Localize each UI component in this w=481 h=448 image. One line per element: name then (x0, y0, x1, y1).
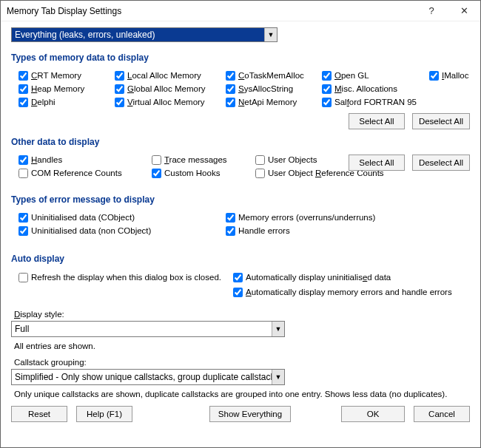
callstack-grouping-help: Only unique callstacks are shown, duplic… (14, 390, 470, 398)
help-button[interactable]: Help (F1) (76, 406, 132, 422)
cb-auto-display-uninit[interactable]: Automatically display uninitialised data (233, 270, 470, 285)
cb-crt-memory[interactable]: CRT Memory (18, 69, 115, 82)
cb-handle-errors[interactable]: Handle errors (226, 224, 433, 237)
cb-virtual-alloc[interactable]: Virtual Alloc Memory (115, 95, 226, 109)
display-style-combo[interactable]: Full ▼ (11, 321, 285, 337)
footer-buttons: Reset Help (F1) Show Everything OK Cance… (11, 406, 470, 422)
memory-deselect-all-button[interactable]: Deselect All (412, 113, 470, 129)
cb-uninit-non-cobject[interactable]: Uninitialised data (non CObject) (18, 224, 226, 237)
cb-memory-errors[interactable]: Memory errors (overruns/underruns) (226, 211, 433, 224)
filter-combo[interactable]: Everything (leaks, errors, unleaked) ▼ (11, 27, 278, 42)
cb-auto-display-memerr[interactable]: Automatically display memory errors and … (233, 285, 470, 299)
display-style-label: Display style: (14, 310, 470, 319)
cb-heap-memory[interactable]: Heap Memory (18, 82, 115, 95)
cb-com-reference-counts[interactable]: COM Reference Counts (18, 166, 152, 180)
close-icon[interactable]: ✕ (448, 1, 480, 21)
cb-uninit-cobject[interactable]: Uninitialised data (CObject) (18, 211, 226, 224)
section-memory-title: Types of memory data to display (11, 52, 470, 63)
other-select-all-button[interactable]: Select All (349, 155, 405, 171)
filter-combo-value: Everything (leaks, errors, unleaked) (15, 30, 155, 40)
callstack-grouping-label: Callstack grouping: (14, 358, 470, 367)
other-deselect-all-button[interactable]: Deselect All (412, 155, 470, 171)
section-other-title: Other data to display (11, 137, 470, 147)
cb-imalloc[interactable]: IMalloc (429, 69, 481, 82)
cb-misc-alloc[interactable]: Misc. Allocations (322, 82, 429, 95)
error-types-grid: Uninitialised data (CObject) Memory erro… (18, 211, 470, 237)
display-style-help: All entries are shown. (14, 342, 470, 350)
ok-button[interactable]: OK (341, 406, 405, 422)
dialog-content: Everything (leaks, errors, unleaked) ▼ T… (1, 21, 480, 428)
chevron-down-icon[interactable]: ▼ (272, 370, 284, 384)
chevron-down-icon[interactable]: ▼ (272, 322, 284, 336)
cb-sysalloc[interactable]: SysAllocString (226, 82, 322, 95)
cb-salford[interactable]: Salford FORTRAN 95 (322, 95, 429, 109)
section-errors-title: Types of error message to display (11, 194, 470, 205)
reset-button[interactable]: Reset (11, 406, 67, 422)
window-title: Memory Tab Display Settings (7, 6, 415, 16)
callstack-grouping-value: Simplified - Only show unique callstacks… (15, 372, 280, 382)
chevron-down-icon[interactable]: ▼ (264, 28, 277, 41)
auto-display-grid: Refresh the display when this dialog box… (18, 270, 470, 299)
cb-cotaskmem[interactable]: CoTaskMemAlloc (226, 69, 322, 82)
section-auto-title: Auto display (11, 254, 470, 264)
cb-opengl[interactable]: Open GL (322, 69, 429, 82)
memory-select-all-button[interactable]: Select All (349, 113, 405, 129)
cb-handles[interactable]: Handles (18, 153, 152, 166)
help-icon[interactable]: ? (415, 1, 448, 21)
cb-delphi[interactable]: Delphi (18, 95, 115, 109)
cb-refresh-on-close[interactable]: Refresh the display when this dialog box… (18, 270, 233, 285)
cb-local-alloc[interactable]: Local Alloc Memory (115, 69, 226, 82)
cancel-button[interactable]: Cancel (414, 406, 470, 422)
callstack-grouping-combo[interactable]: Simplified - Only show unique callstacks… (11, 369, 285, 385)
memory-types-grid: CRT Memory Local Alloc Memory CoTaskMemA… (18, 69, 470, 109)
display-style-value: Full (15, 324, 29, 334)
cb-netapi[interactable]: NetApi Memory (226, 95, 322, 109)
cb-global-alloc[interactable]: Global Alloc Memory (115, 82, 226, 95)
show-everything-button[interactable]: Show Everything (209, 406, 291, 422)
cb-trace-messages[interactable]: Trace messages (152, 153, 255, 166)
cb-custom-hooks[interactable]: Custom Hooks (152, 166, 255, 180)
title-bar: Memory Tab Display Settings ? ✕ (1, 1, 480, 21)
